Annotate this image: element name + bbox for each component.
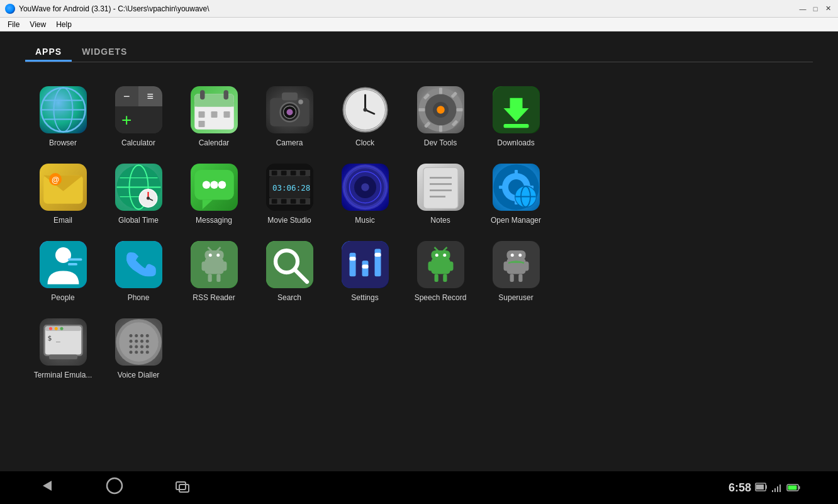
svg-text:@: @ [51,176,59,184]
app-calculator[interactable]: − ≡ + Calculator [101,81,176,152]
clock-icon [342,86,389,133]
back-button[interactable] [38,477,55,498]
svg-text:$ _: $ _ [47,334,60,342]
status-bar: 6:58 [729,481,800,495]
svg-point-163 [129,350,132,354]
app-moviestudio[interactable]: 03:06:28 Movie Studio [252,159,327,230]
svg-rect-116 [349,257,355,260]
terminal-label: Terminal Emula... [34,371,92,379]
downloads-svg [493,86,540,133]
svg-point-166 [145,350,148,354]
menu-view[interactable]: View [25,19,51,30]
svg-rect-12 [223,111,230,118]
svg-point-19 [298,99,303,104]
svg-rect-101 [204,259,223,274]
svg-point-150 [119,322,159,362]
app-phone[interactable]: Phone [101,236,176,307]
maximize-button[interactable]: □ [810,4,820,14]
window-title: YouWave for Android (3.31) - C:\Users\vp… [19,4,798,13]
svg-point-162 [145,345,148,349]
svg-rect-9 [223,90,228,99]
notes-svg [417,164,464,211]
tab-apps[interactable]: APPS [25,42,72,62]
minimize-button[interactable]: — [798,4,808,14]
app-openmanager[interactable]: Open Manager [478,159,554,230]
voicedialler-svg [115,318,162,366]
svg-rect-144 [49,355,77,360]
svg-rect-135 [524,262,529,271]
menu-bar: File View Help [0,18,838,31]
app-calendar[interactable]: Calendar [176,81,252,152]
svg-rect-64 [281,171,286,176]
app-globaltime[interactable]: Global Time [101,159,176,230]
app-devtools[interactable]: Dev Tools [403,81,478,152]
svg-rect-15 [282,92,298,101]
app-email[interactable]: @ Email [25,159,101,230]
svg-rect-31 [418,108,425,111]
app-messaging[interactable]: Messaging [176,159,252,230]
window-controls: — □ ✕ [798,4,833,14]
globaltime-label: Global Time [118,216,159,225]
app-camera[interactable]: Camera [252,81,327,152]
svg-rect-89 [499,186,505,189]
calendar-icon [191,86,238,133]
close-button[interactable]: ✕ [823,4,833,14]
camera-svg [266,86,313,133]
home-button[interactable] [106,477,123,498]
speechrecord-icon [417,241,464,288]
tab-widgets[interactable]: WIDGETS [72,42,137,62]
svg-rect-175 [774,488,776,492]
superuser-icon [493,241,540,288]
email-svg: @ [40,164,87,211]
svg-marker-167 [43,481,52,491]
superuser-label: Superuser [498,293,533,302]
app-speechrecord[interactable]: Speech Record [403,236,478,307]
svg-point-155 [129,340,132,343]
main-content: APPS WIDGETS Browser [0,31,838,471]
app-people[interactable]: People [25,236,101,307]
svg-rect-176 [777,486,778,492]
svg-rect-137 [518,274,522,283]
rssreader-label: RSS Reader [193,293,235,302]
search-svg [266,241,313,288]
menu-help[interactable]: Help [51,19,77,30]
svg-rect-29 [439,88,442,94]
svg-rect-115 [349,253,355,277]
app-clock[interactable]: Clock [327,81,403,152]
calendar-svg [191,86,238,133]
people-svg [40,241,87,288]
search-label: Search [277,293,301,302]
svg-rect-10 [198,111,204,118]
svg-point-96 [55,247,71,263]
svg-rect-179 [799,486,800,490]
svg-point-107 [208,254,211,257]
terminal-icon: $ _ [40,318,87,366]
app-search[interactable]: Search [252,236,327,307]
svg-rect-67 [271,199,277,204]
downloads-icon [493,86,540,133]
svg-rect-70 [299,199,305,204]
svg-text:03:06:28: 03:06:28 [272,183,310,193]
recent-apps-button[interactable] [174,477,191,498]
app-rssreader[interactable]: RSS Reader [176,236,252,307]
svg-point-57 [210,181,218,189]
app-browser[interactable]: Browser [25,81,101,152]
svg-point-108 [216,254,220,257]
app-downloads[interactable]: Downloads [478,81,554,152]
music-icon [342,164,389,211]
app-voicedialler[interactable]: Voice Dialler [101,313,176,384]
app-superuser[interactable]: Superuser [478,236,554,307]
menu-file[interactable]: File [3,19,25,30]
svg-rect-68 [281,199,286,204]
app-terminal[interactable]: $ _ Terminal Emula... [25,313,101,384]
signal-icon [771,483,783,493]
app-music[interactable]: Music [327,159,403,230]
svg-point-75 [361,183,369,191]
speechrecord-label: Speech Record [415,293,467,302]
app-notes[interactable]: Notes [403,159,478,230]
svg-point-147 [60,327,63,330]
svg-point-158 [145,340,148,343]
svg-rect-123 [428,262,433,271]
svg-rect-65 [290,171,296,176]
app-settings[interactable]: Settings [327,236,403,307]
